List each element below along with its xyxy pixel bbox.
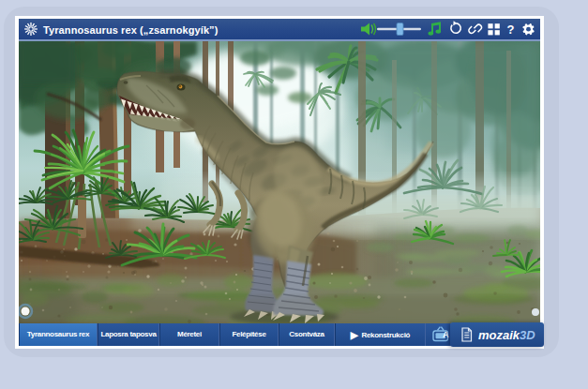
svg-text:?: ? — [507, 22, 515, 37]
svg-text:mozaik3D: mozaik3D — [478, 328, 535, 342]
